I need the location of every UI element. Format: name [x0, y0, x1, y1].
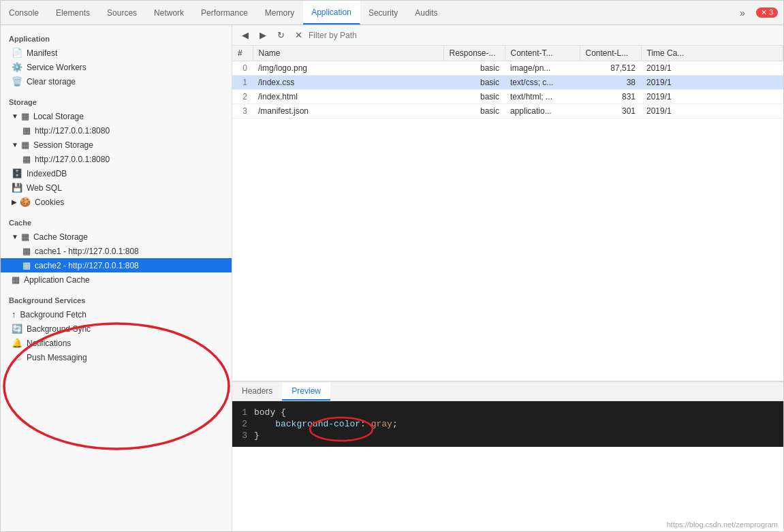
- sidebar-item-web-sql[interactable]: 💾 Web SQL: [1, 181, 232, 195]
- sidebar-item-indexeddb[interactable]: 🗄️ IndexedDB: [1, 166, 232, 181]
- tab-console[interactable]: Console: [1, 1, 48, 25]
- tab-network[interactable]: Network: [146, 1, 193, 25]
- filter-bar: ◀ ▶ ↻ ✕: [232, 25, 783, 46]
- table-row[interactable]: 0 /img/logo.png basic image/pn... 87,512…: [232, 61, 783, 76]
- section-application: Application: [1, 31, 232, 46]
- table-row[interactable]: 3 /manifest.json basic applicatio... 301…: [232, 104, 783, 119]
- sidebar-item-local-storage-url[interactable]: ▦ http://127.0.0.1:8080: [1, 123, 232, 138]
- bottom-panel: Headers Preview 1 body { 2: [232, 381, 783, 531]
- sidebar-item-session-storage-url[interactable]: ▦ http://127.0.0.1:8080: [1, 152, 232, 166]
- section-cache: Cache: [1, 215, 232, 230]
- code-line-1: 1 body {: [232, 407, 783, 418]
- cache-storage-arrow: ▼: [12, 233, 18, 240]
- sidebar-item-local-storage[interactable]: ▼ ▦ Local Storage: [1, 109, 232, 123]
- tab-preview[interactable]: Preview: [282, 382, 330, 401]
- tab-application[interactable]: Application: [303, 1, 360, 25]
- section-storage: Storage: [1, 94, 232, 109]
- col-response[interactable]: Response-...: [443, 46, 505, 61]
- background-sync-icon: 🔄: [12, 324, 22, 334]
- clear-button[interactable]: ✕: [291, 28, 306, 43]
- notifications-icon: 🔔: [12, 338, 22, 348]
- tab-memory[interactable]: Memory: [257, 1, 303, 25]
- cache1-icon: ▦: [22, 246, 31, 256]
- background-fetch-icon: ↑: [12, 309, 16, 319]
- web-sql-icon: 💾: [12, 183, 22, 193]
- cookies-arrow: ▶: [12, 198, 17, 206]
- tab-security[interactable]: Security: [360, 1, 407, 25]
- col-name[interactable]: Name: [253, 46, 443, 61]
- tab-performance[interactable]: Performance: [193, 1, 257, 25]
- sidebar-item-background-sync[interactable]: 🔄 Background Sync: [1, 322, 232, 336]
- indexeddb-icon: 🗄️: [12, 168, 22, 178]
- application-cache-icon: ▦: [12, 275, 20, 285]
- watermark: https://blog.csdn.net/zemprogram: [667, 520, 778, 529]
- sidebar-item-service-workers[interactable]: ⚙️ Service Workers: [1, 60, 232, 74]
- local-storage-icon: ▦: [21, 111, 29, 121]
- sidebar-item-cache-storage[interactable]: ▼ ▦ Cache Storage: [1, 230, 232, 244]
- cookies-icon: 🍪: [20, 197, 31, 207]
- manifest-icon: 📄: [12, 48, 22, 58]
- refresh-button[interactable]: ↻: [273, 28, 288, 43]
- sidebar-item-cookies[interactable]: ▶ 🍪 Cookies: [1, 195, 232, 209]
- tab-audits[interactable]: Audits: [407, 1, 446, 25]
- table-row[interactable]: 1 /index.css basic text/css; c... 38 201…: [232, 76, 783, 90]
- sidebar-item-cache2[interactable]: ▦ cache2 - http://127.0.0.1:808: [1, 258, 232, 272]
- col-content-length[interactable]: Content-L...: [580, 46, 641, 61]
- cache-storage-icon: ▦: [21, 232, 29, 242]
- data-table: # Name Response-... Content-T... Content…: [232, 46, 783, 381]
- table-row[interactable]: 2 /index.html basic text/html; ... 831 2…: [232, 90, 783, 104]
- main-content: Application 📄 Manifest ⚙️ Service Worker…: [1, 25, 783, 531]
- tab-headers[interactable]: Headers: [232, 382, 282, 401]
- filter-input[interactable]: [309, 31, 778, 40]
- session-storage-icon: ▦: [21, 140, 29, 150]
- session-storage-arrow: ▼: [12, 141, 18, 148]
- code-line-2: 2 background-color : gray ;: [232, 418, 783, 430]
- col-num[interactable]: #: [232, 46, 253, 61]
- bottom-tabs: Headers Preview: [232, 382, 783, 401]
- clear-storage-icon: 🗑️: [12, 76, 22, 87]
- sidebar-item-notifications[interactable]: 🔔 Notifications: [1, 336, 232, 350]
- sidebar-item-clear-storage[interactable]: 🗑️ Clear storage: [1, 74, 232, 89]
- col-content-type[interactable]: Content-T...: [505, 46, 580, 61]
- session-storage-url-icon: ▦: [22, 154, 31, 164]
- sidebar-item-application-cache[interactable]: ▦ Application Cache: [1, 272, 232, 287]
- error-badge: ✕ 3: [756, 7, 778, 18]
- tab-sources[interactable]: Sources: [99, 1, 146, 25]
- tab-elements[interactable]: Elements: [48, 1, 99, 25]
- push-messaging-icon: ☁️: [12, 352, 22, 362]
- code-preview-area: 1 body { 2 background-color : gray ;: [232, 401, 783, 447]
- tab-bar: Console Elements Sources Network Perform…: [1, 1, 783, 25]
- sidebar-item-manifest[interactable]: 📄 Manifest: [1, 46, 232, 60]
- sidebar-item-session-storage[interactable]: ▼ ▦ Session Storage: [1, 138, 232, 152]
- sidebar-item-push-messaging[interactable]: ☁️ Push Messaging: [1, 350, 232, 364]
- sidebar-item-background-fetch[interactable]: ↑ Background Fetch: [1, 307, 232, 322]
- cache2-icon: ▦: [22, 260, 31, 270]
- back-button[interactable]: ◀: [238, 28, 253, 43]
- more-tabs-button[interactable]: »: [734, 1, 751, 25]
- sidebar-item-cache1[interactable]: ▦ cache1 - http://127.0.0.1:808: [1, 244, 232, 258]
- section-background: Background Services: [1, 292, 232, 307]
- forward-button[interactable]: ▶: [255, 28, 270, 43]
- cache-table-area: # Name Response-... Content-T... Content…: [232, 46, 783, 381]
- sidebar: Application 📄 Manifest ⚙️ Service Worker…: [1, 25, 232, 531]
- code-line-3: 3 }: [232, 430, 783, 441]
- local-storage-url-icon: ▦: [22, 125, 31, 136]
- col-time[interactable]: Time Ca...: [641, 46, 783, 61]
- service-workers-icon: ⚙️: [12, 62, 22, 72]
- local-storage-arrow: ▼: [12, 112, 18, 120]
- right-panel: ◀ ▶ ↻ ✕ # Name Response-... Conte: [232, 25, 783, 531]
